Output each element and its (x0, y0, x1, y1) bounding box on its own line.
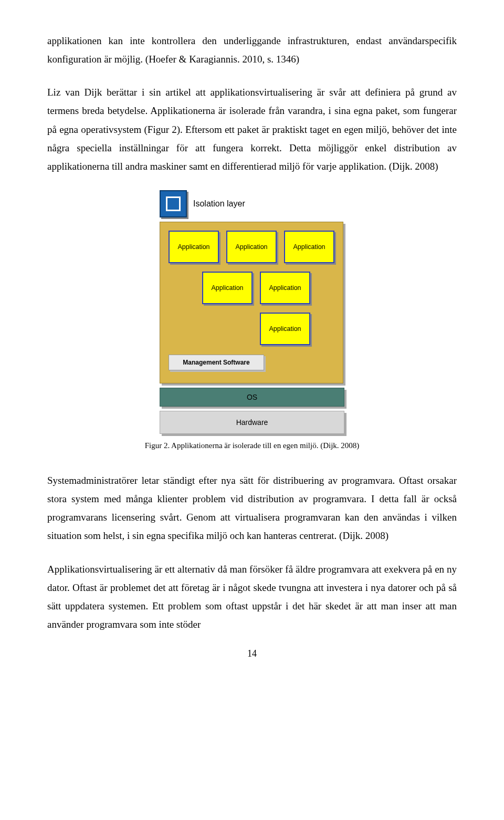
paragraph-3: Systemadministratörer letar ständigt eft… (47, 471, 457, 545)
document-page: applikationen kan inte kontrollera den u… (0, 0, 504, 680)
page-number: 14 (47, 648, 457, 659)
isolation-layer-legend: Isolation layer (160, 190, 344, 217)
paragraph-4: Applikationsvirtualisering är ett altern… (47, 560, 457, 634)
isolation-layer-label: Isolation layer (193, 199, 245, 209)
management-software-box: Management Software (169, 355, 264, 370)
application-box: Application (260, 313, 310, 345)
figure-caption: Figur 2. Applikationerna är isolerade ti… (47, 441, 457, 450)
application-box: Application (202, 272, 253, 304)
app-row-2: Application Application (202, 272, 334, 304)
application-board: Application Application Application Appl… (160, 222, 343, 383)
app-row-1: Application Application Application (169, 231, 334, 263)
paragraph-2: Liz van Dijk berättar i sin artikel att … (47, 83, 457, 175)
application-box: Application (169, 231, 219, 263)
application-box: Application (226, 231, 277, 263)
hardware-layer-box: Hardware (160, 411, 344, 434)
isolation-layer-icon (160, 190, 187, 217)
os-layer-box: OS (160, 388, 344, 407)
application-box: Application (284, 231, 334, 263)
figure-2: Isolation layer Application Application … (47, 190, 457, 434)
application-box: Application (260, 272, 310, 304)
app-row-3: Application (260, 313, 334, 345)
paragraph-1: applikationen kan inte kontrollera den u… (47, 32, 457, 68)
isolation-diagram: Isolation layer Application Application … (160, 190, 344, 434)
